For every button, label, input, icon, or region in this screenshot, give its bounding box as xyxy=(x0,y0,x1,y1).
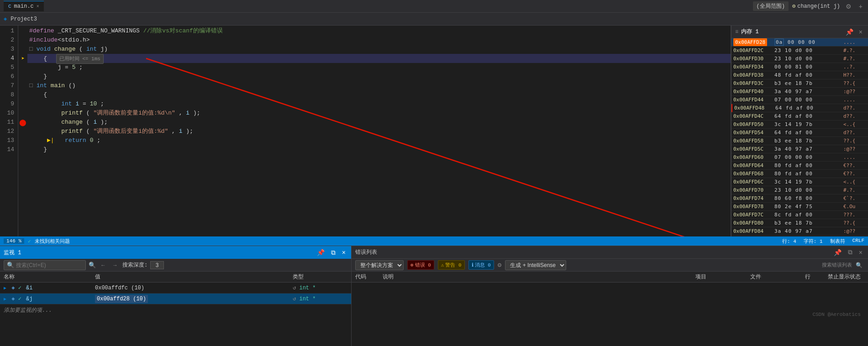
mem-chars-6: :@?? xyxy=(843,89,866,94)
gutter-8 xyxy=(18,90,27,100)
error-badge[interactable]: ⊗ 错误 0 xyxy=(407,260,434,270)
func-label: change(int j) xyxy=(797,3,840,10)
mem-chars-18: #.?. xyxy=(843,187,866,193)
mem-addr-10: 0x00AFFD50 xyxy=(733,121,774,127)
memory-close-btn[interactable]: × xyxy=(857,28,864,36)
settings-btn[interactable]: ⚙ xyxy=(844,3,853,10)
error-table-header: 代码 说明 项目 文件 行 禁止显示状态 xyxy=(352,272,868,283)
memory-row-0: 0x00AFFD28 0a 00 00 00 .... xyxy=(731,38,868,47)
tab-close[interactable]: × xyxy=(37,4,39,9)
expand-icon-1: ▶ xyxy=(4,297,6,302)
mem-bytes-13: 3a 40 97 a7 xyxy=(774,146,843,152)
memory-row-22: 0x00AFFD80 b3 ee 18 7b ??.{ xyxy=(731,219,868,227)
error-panel: 错误列表 📌 ⧉ × 整个解决方案 ⊗ 错误 0 ⚠ 警告 0 ℹ 消息 0 xyxy=(352,246,868,346)
mem-addr-4: 0x00AFFD38 xyxy=(733,72,774,78)
add-btn[interactable]: + xyxy=(857,3,864,10)
search-icon-btn[interactable]: 🔍 xyxy=(89,262,96,269)
memory-pin-btn[interactable]: 📌 xyxy=(844,28,855,36)
code-line-7: □ int main () xyxy=(27,81,731,90)
memory-row-12: 0x00AFFD58 b3 ee 18 7b ??.{ xyxy=(731,137,868,145)
watch-row-0[interactable]: ▶ ◈ ✓ &i 0x00affdfc (10) ↺ int * xyxy=(0,283,351,294)
mem-bytes-21: 8c fd af 00 xyxy=(774,212,843,218)
intellisense-icon: ⚙ xyxy=(498,261,501,269)
csdn-watermark: CSDN @Aerobatics xyxy=(812,312,861,317)
gutter-14 xyxy=(18,145,27,154)
mem-chars-12: ??.{ xyxy=(843,138,866,144)
code-line-5: j = 5 ; xyxy=(27,63,731,72)
watch-title: 监视 1 xyxy=(4,249,21,257)
search-input[interactable] xyxy=(16,262,71,268)
depth-label: 搜索深度: xyxy=(122,261,147,269)
code-content[interactable]: #define _CRT_SECURE_NO_WARNINGS //消除vs对s… xyxy=(27,26,731,236)
mem-bytes-3: 00 00 81 00 xyxy=(774,64,843,70)
watch-value-selected: 0x00affd28 (10) xyxy=(95,295,148,303)
error-pin-btn[interactable]: 📌 xyxy=(832,248,843,256)
build-select[interactable]: 生成 + IntelliSense xyxy=(505,260,566,270)
zoom-level[interactable]: 146 % xyxy=(4,238,24,244)
gutter-6 xyxy=(18,72,27,81)
code-line-11: change ( i ); xyxy=(27,118,731,127)
mem-addr-18: 0x00AFFD70 xyxy=(733,187,774,193)
memory-row-13: 0x00AFFD5C 3a 40 97 a7 :@?? xyxy=(731,145,868,153)
scope-selector[interactable]: (全局范围) xyxy=(753,1,789,11)
watch-toolbar: 🔍 🔍 ← → 搜索深度: xyxy=(0,259,351,272)
gutter-2 xyxy=(18,36,27,45)
main-tab[interactable]: C main.c × xyxy=(4,1,44,11)
watch-value-0: 0x00affdfc (10) xyxy=(95,285,293,291)
line-numbers: 1 2 3 4 5 6 7 8 9 10 11 12 13 14 xyxy=(0,26,18,236)
add-watch[interactable]: 添加要监视的项... xyxy=(0,304,351,315)
gutter-5 xyxy=(18,63,27,72)
memory-row-8: 0x00AFFD48 64 fd af 00 d??. xyxy=(731,104,868,112)
memory-row-23: 0x00AFFD84 3a 40 97 a7 :@?? xyxy=(731,227,868,236)
watch-close-btn[interactable]: × xyxy=(340,249,347,257)
error-search-btn[interactable]: 🔍 xyxy=(854,261,864,269)
gutter-4-arrow: ➤ xyxy=(18,54,27,63)
scope-select[interactable]: 整个解决方案 xyxy=(355,260,404,270)
mem-addr-highlighted: 0x00AFFD28 xyxy=(733,38,767,46)
nav-next-btn[interactable]: → xyxy=(110,261,120,269)
warning-badge[interactable]: ⚠ 警告 0 xyxy=(438,260,465,270)
eth-file: 文件 xyxy=(750,273,805,281)
search-box[interactable]: 🔍 xyxy=(4,260,86,270)
editor-toolbar: ◈ Project3 xyxy=(0,13,868,26)
bottom-area: 监视 1 📌 ⧉ × 🔍 🔍 ← → 搜索深度: 名称 值 类型 xyxy=(0,246,868,346)
depth-input[interactable] xyxy=(150,261,164,269)
mem-chars-8: d??. xyxy=(843,105,866,111)
mem-byte-box: 0a xyxy=(774,38,784,46)
watch-rows[interactable]: ▶ ◈ ✓ &i 0x00affdfc (10) ↺ int * ▶ ◈ ✓ &… xyxy=(0,283,351,346)
watch-header-controls: 📌 ⧉ × xyxy=(315,249,347,257)
var-checkmark-0: ✓ xyxy=(18,285,21,291)
code-line-4: { 已用时间 <= 1ms xyxy=(27,54,731,63)
mem-chars-20: €.Ou xyxy=(843,204,866,210)
watch-float-btn[interactable]: ⧉ xyxy=(329,249,337,257)
memory-row-10: 0x00AFFD50 3c 14 19 7b <..{ xyxy=(731,121,868,129)
ln-13: 13 xyxy=(0,136,14,145)
watch-pin-btn[interactable]: 📌 xyxy=(315,249,326,257)
mem-chars-0: .... xyxy=(843,39,866,45)
gutter-3 xyxy=(18,45,27,54)
error-float-btn[interactable]: ⧉ xyxy=(846,248,854,256)
error-empty-area: CSDN @Aerobatics xyxy=(352,283,868,346)
watch-row-1[interactable]: ▶ ◈ ✓ &j 0x00affd28 (10) ↺ int * xyxy=(0,294,351,304)
watch-type-0: ↺ int * xyxy=(293,284,347,291)
error-close-btn[interactable]: × xyxy=(857,248,864,256)
code-editor[interactable]: 1 2 3 4 5 6 7 8 9 10 11 12 13 14 ➤ xyxy=(0,26,731,236)
code-line-3: □ void change ( int j) xyxy=(27,45,731,54)
mem-bytes-11: 64 fd af 00 xyxy=(774,130,843,136)
mem-chars-9: d??. xyxy=(843,113,866,119)
mem-chars-19: €`?. xyxy=(843,195,866,201)
watch-table-header: 名称 值 类型 xyxy=(0,272,351,283)
memory-table[interactable]: 0x00AFFD28 0a 00 00 00 .... 0x00AFFD2C 2… xyxy=(731,38,868,236)
mem-addr-11: 0x00AFFD54 xyxy=(733,130,774,136)
mem-addr-12: 0x00AFFD58 xyxy=(733,138,774,144)
mem-addr-8: 0x00AFFD48 xyxy=(734,105,775,111)
ln-4: 4 xyxy=(0,54,14,63)
mem-chars-13: :@?? xyxy=(843,146,866,152)
mem-addr-19: 0x00AFFD74 xyxy=(733,195,774,201)
nav-prev-btn[interactable]: ← xyxy=(99,261,108,269)
ln-8: 8 xyxy=(0,90,14,100)
info-badge[interactable]: ℹ 消息 0 xyxy=(468,260,494,270)
watch-name-1: ▶ ◈ ✓ &j xyxy=(4,295,95,302)
code-line-14: } xyxy=(27,145,731,154)
code-line-2: #include<stdio.h> xyxy=(27,36,731,45)
